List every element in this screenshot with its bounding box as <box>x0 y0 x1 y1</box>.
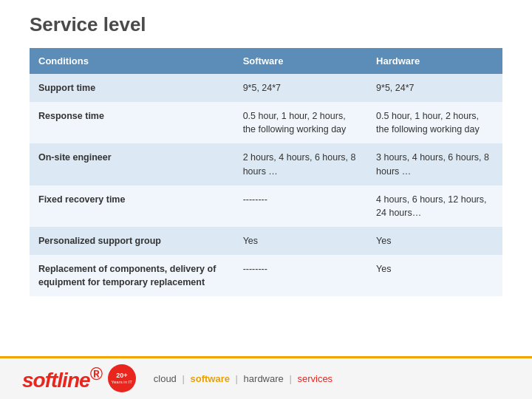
table-row: Fixed recovery time--------4 hours, 6 ho… <box>30 185 502 227</box>
cell-hardware: Yes <box>367 227 502 255</box>
cell-condition: Fixed recovery time <box>30 185 234 227</box>
registered-mark: ® <box>90 364 102 383</box>
cell-hardware: 9*5, 24*7 <box>367 74 502 102</box>
cell-software: 2 hours, 4 hours, 6 hours, 8 hours … <box>234 143 367 185</box>
cell-condition: Replacement of components, delivery of e… <box>30 255 234 296</box>
divider-3: | <box>289 373 291 384</box>
table-row: Support time9*5, 24*79*5, 24*7 <box>30 74 502 102</box>
cell-hardware: 0.5 hour, 1 hour, 2 hours, the following… <box>367 102 502 143</box>
table-row: Personalized support groupYesYes <box>30 227 502 255</box>
footer: softline® 20+ Years in IT cloud | softwa… <box>0 356 532 399</box>
years-badge: 20+ Years in IT <box>108 364 136 392</box>
service-level-table: Conditions Software Hardware Support tim… <box>30 48 502 296</box>
cell-software: -------- <box>234 185 367 227</box>
table-row: Response time0.5 hour, 1 hour, 2 hours, … <box>30 102 502 143</box>
cell-condition: Personalized support group <box>30 227 234 255</box>
tagline-hardware: hardware <box>244 373 284 384</box>
cell-software: 9*5, 24*7 <box>234 74 367 102</box>
divider-1: | <box>182 373 184 384</box>
cell-software: Yes <box>234 227 367 255</box>
table-row: Replacement of components, delivery of e… <box>30 255 502 296</box>
page-title: Service level <box>30 13 502 36</box>
col-header-hardware: Hardware <box>367 48 502 74</box>
cell-software: 0.5 hour, 1 hour, 2 hours, the following… <box>234 102 367 143</box>
cell-condition: On-site engineer <box>30 143 234 185</box>
col-header-conditions: Conditions <box>30 48 234 74</box>
cell-software: -------- <box>234 255 367 296</box>
divider-2: | <box>236 373 238 384</box>
tagline-software: software <box>190 373 229 384</box>
cell-hardware: 3 hours, 4 hours, 6 hours, 8 hours … <box>367 143 502 185</box>
tagline-cloud: cloud <box>154 373 177 384</box>
cell-condition: Response time <box>30 102 234 143</box>
tagline-services: services <box>297 373 332 384</box>
table-header-row: Conditions Software Hardware <box>30 48 502 74</box>
footer-logo: softline® 20+ Years in IT <box>22 364 136 392</box>
brand-name: softline® <box>22 364 102 392</box>
page: Service level Conditions Software Hardwa… <box>0 0 532 399</box>
col-header-software: Software <box>234 48 367 74</box>
cell-hardware: 4 hours, 6 hours, 12 hours, 24 hours… <box>367 185 502 227</box>
cell-hardware: Yes <box>367 255 502 296</box>
table-row: On-site engineer2 hours, 4 hours, 6 hour… <box>30 143 502 185</box>
cell-condition: Support time <box>30 74 234 102</box>
footer-tagline: cloud | software | hardware | services <box>154 373 332 384</box>
